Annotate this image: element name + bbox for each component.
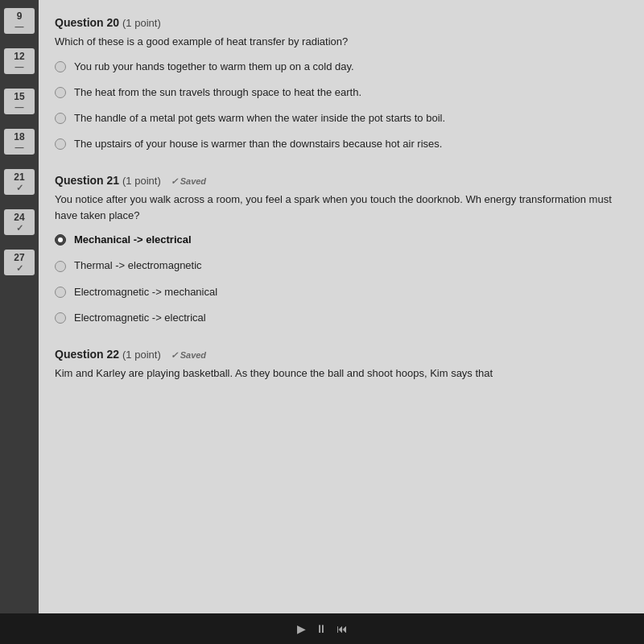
q21-radio-b[interactable]: [55, 261, 66, 272]
sidebar-item-27[interactable]: 27 ✓: [4, 250, 35, 275]
question-20-title: Question 20 (1 point): [55, 16, 620, 29]
question-21-block: Question 21 (1 point) ✓ Saved You notice…: [55, 174, 620, 325]
q21-option-b[interactable]: Thermal -> electromagnetic: [55, 258, 620, 273]
question-20-block: Question 20 (1 point) Which of these is …: [55, 16, 620, 151]
q21-radio-c[interactable]: [55, 287, 66, 298]
q20-option-c-text: The handle of a metal pot gets warm when…: [74, 111, 445, 126]
q21-radio-d[interactable]: [55, 312, 66, 324]
q21-saved-badge: ✓ Saved: [171, 176, 206, 186]
question-22-title: Question 22 (1 point) ✓ Saved: [55, 348, 620, 361]
q20-radio-b[interactable]: [55, 87, 66, 98]
question-21-text: You notice after you walk across a room,…: [55, 192, 620, 223]
q20-option-b[interactable]: The heat from the sun travels through sp…: [55, 85, 620, 100]
q20-option-a-text: You rub your hands together to warm them…: [74, 60, 354, 74]
q22-saved-badge: ✓ Saved: [171, 350, 206, 360]
bottom-icon-2: ⏸: [316, 622, 327, 635]
sidebar-item-9[interactable]: 9 —: [4, 8, 35, 34]
sidebar: 9 — 12 — 15 — 18 — 21 ✓ 24 ✓ 27 ✓: [0, 0, 39, 644]
sidebar-item-12[interactable]: 12 —: [4, 48, 35, 74]
q21-option-d[interactable]: Electromagnetic -> electrical: [55, 311, 620, 325]
bottom-bar: ▶ ⏸ ⏮: [0, 613, 644, 644]
q20-option-c[interactable]: The handle of a metal pot gets warm when…: [55, 111, 620, 126]
q21-option-b-text: Thermal -> electromagnetic: [74, 258, 202, 273]
q21-radio-a[interactable]: [55, 234, 66, 246]
main-content: Question 20 (1 point) Which of these is …: [39, 0, 644, 644]
bottom-icon-1: ▶: [297, 622, 306, 635]
q20-option-d[interactable]: The upstairs of your house is warmer tha…: [55, 137, 620, 151]
question-20-text: Which of these is a good example of heat…: [55, 34, 620, 50]
q21-option-d-text: Electromagnetic -> electrical: [74, 311, 206, 325]
q21-option-a[interactable]: Mechanical -> electrical: [55, 233, 620, 247]
q21-option-c[interactable]: Electromagnetic -> mechanical: [55, 285, 620, 299]
bottom-icon-3: ⏮: [336, 622, 348, 635]
sidebar-item-15[interactable]: 15 —: [4, 89, 35, 114]
q20-radio-c[interactable]: [55, 113, 66, 124]
q20-option-a[interactable]: You rub your hands together to warm them…: [55, 60, 620, 74]
bottom-icons: ▶ ⏸ ⏮: [297, 622, 348, 635]
question-22-text: Kim and Karley are playing basketball. A…: [55, 365, 620, 382]
question-21-title: Question 21 (1 point) ✓ Saved: [55, 174, 620, 187]
sidebar-item-18[interactable]: 18 —: [4, 129, 35, 155]
q20-option-d-text: The upstairs of your house is warmer tha…: [74, 137, 442, 151]
q20-radio-d[interactable]: [55, 138, 66, 150]
q20-radio-a[interactable]: [55, 61, 66, 72]
q20-option-b-text: The heat from the sun travels through sp…: [74, 85, 361, 100]
sidebar-item-21[interactable]: 21 ✓: [4, 169, 35, 195]
sidebar-item-24[interactable]: 24 ✓: [4, 209, 35, 235]
question-22-block: Question 22 (1 point) ✓ Saved Kim and Ka…: [55, 348, 620, 382]
q21-option-c-text: Electromagnetic -> mechanical: [74, 285, 217, 299]
q21-option-a-text: Mechanical -> electrical: [74, 233, 192, 247]
